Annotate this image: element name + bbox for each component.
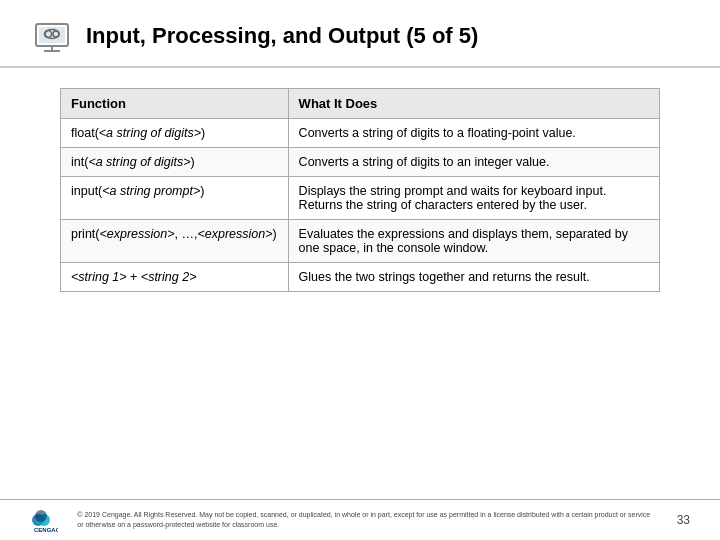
cloud-monitor-icon xyxy=(30,14,74,58)
table-row: <string 1> + <string 2>Glues the two str… xyxy=(61,263,660,292)
function-cell: input(<a string prompt>) xyxy=(61,177,289,220)
function-cell: print(<expression>, …,<expression>) xyxy=(61,220,289,263)
col-header-description: What It Does xyxy=(288,89,659,119)
svg-point-9 xyxy=(35,510,47,522)
page-container: Input, Processing, and Output (5 of 5) F… xyxy=(0,0,720,540)
cengage-logo: CENGAGE xyxy=(30,506,58,534)
function-table: Function What It Does float(<a string of… xyxy=(60,88,660,292)
description-cell: Displays the string prompt and waits for… xyxy=(288,177,659,220)
header-icon xyxy=(30,14,74,58)
description-cell: Glues the two strings together and retur… xyxy=(288,263,659,292)
description-cell: Converts a string of digits to an intege… xyxy=(288,148,659,177)
col-header-function: Function xyxy=(61,89,289,119)
footer: CENGAGE © 2019 Cengage. All Rights Reser… xyxy=(0,499,720,540)
table-header-row: Function What It Does xyxy=(61,89,660,119)
description-cell: Evaluates the expressions and displays t… xyxy=(288,220,659,263)
function-cell: float(<a string of digits>) xyxy=(61,119,289,148)
svg-text:CENGAGE: CENGAGE xyxy=(34,527,58,533)
copyright-text: © 2019 Cengage. All Rights Reserved. May… xyxy=(77,510,657,530)
page-title: Input, Processing, and Output (5 of 5) xyxy=(86,23,478,49)
table-row: float(<a string of digits>)Converts a st… xyxy=(61,119,660,148)
function-cell: int(<a string of digits>) xyxy=(61,148,289,177)
description-cell: Converts a string of digits to a floatin… xyxy=(288,119,659,148)
cengage-icon: CENGAGE xyxy=(30,506,58,534)
header: Input, Processing, and Output (5 of 5) xyxy=(0,0,720,68)
table-row: int(<a string of digits>)Converts a stri… xyxy=(61,148,660,177)
page-number: 33 xyxy=(677,513,690,527)
footer-left: CENGAGE xyxy=(30,506,58,534)
main-content: Function What It Does float(<a string of… xyxy=(0,68,720,499)
table-row: input(<a string prompt>)Displays the str… xyxy=(61,177,660,220)
table-row: print(<expression>, …,<expression>)Evalu… xyxy=(61,220,660,263)
function-cell: <string 1> + <string 2> xyxy=(61,263,289,292)
